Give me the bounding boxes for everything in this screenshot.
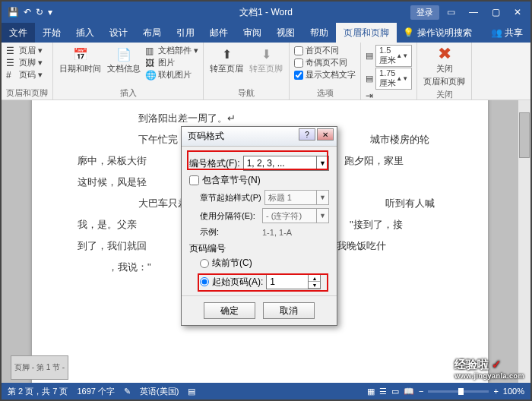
tab-layout[interactable]: 布局 [135,23,169,43]
chapter-style-combo: 标题 1▼ [264,190,329,205]
pagenum-button[interactable]: #页码 ▾ [6,69,43,81]
word-count[interactable]: 1697 个字 [77,386,115,397]
show-doc-text-checkbox[interactable]: 显示文档文字 [294,69,356,81]
tab-home[interactable]: 开始 [35,23,68,43]
continue-previous-radio[interactable]: 续前节(C) [200,257,329,270]
separator-label: 使用分隔符(E): [200,210,259,222]
redo-icon[interactable]: ↻ [36,7,43,17]
close-x-icon: ✖ [437,46,452,62]
close-window-icon[interactable]: ✕ [508,5,527,19]
close-header-footer-button[interactable]: ✖ 关闭 页眉和页脚 [422,45,467,89]
zoom-out-icon[interactable]: − [419,387,423,396]
watermark: 经验啦 ✓ www.jingyanla.com [454,358,524,380]
insert-align-tab[interactable]: ⇥ [366,90,412,101]
tab-help[interactable]: 帮助 [302,23,336,43]
group-label: 插入 [58,87,198,99]
docinfo-icon: 📄 [116,46,131,62]
save-icon[interactable]: 💾 [8,7,19,17]
footer-from-bottom[interactable]: ▤1.75 厘米▲▼ [366,68,412,90]
example-value: 1-1, 1-A [262,228,292,237]
header-from-top[interactable]: ▤1.5 厘米▲▼ [366,45,412,67]
language[interactable]: 英语(美国) [140,386,179,397]
online-pictures-button[interactable]: 🌐联机图片 [145,69,198,81]
tab-mail[interactable]: 邮件 [202,23,236,43]
start-at-input[interactable]: 1 ▲▼ [266,274,321,289]
group-close: ✖ 关闭 页眉和页脚 关闭 [417,43,472,99]
first-page-diff-checkbox[interactable]: 首页不同 [294,45,356,56]
odd-even-diff-checkbox[interactable]: 奇偶页不同 [294,57,356,68]
qat-more-icon[interactable]: ▾ [48,7,52,17]
docparts-button[interactable]: ▥文档部件 ▾ [145,45,198,56]
header-pos-icon: ▤ [366,51,373,61]
footer-pos-icon: ▤ [366,74,373,84]
page-count[interactable]: 第 2 页，共 7 页 [8,386,68,397]
tell-me-label: 操作说明搜索 [417,27,472,39]
zoom-thumb[interactable] [458,388,464,395]
tab-insert[interactable]: 插入 [68,23,102,43]
goto-footer-button[interactable]: ⬇转至页脚 [248,45,284,76]
header-button[interactable]: ☰页眉 ▾ [6,45,43,56]
view-focus-icon[interactable]: 📖 [404,387,414,396]
example-label: 示例: [200,226,259,238]
lightbulb-icon: 💡 [403,27,414,38]
doc-info-button[interactable]: 📄文档信息 [106,45,142,76]
spin-down-icon[interactable]: ▼ [309,282,320,289]
chevron-down-icon[interactable]: ▼ [316,156,328,170]
undo-icon[interactable]: ↶ [24,7,31,17]
tell-me-search[interactable]: 💡 操作说明搜索 [397,23,478,43]
goto-header-button[interactable]: ⬆转至页眉 [208,45,245,76]
share-icon: 👥 [491,27,502,38]
tab-review[interactable]: 审阅 [236,23,269,43]
tab-design[interactable]: 设计 [102,23,135,43]
number-format-row: 编号格式(F): 1, 2, 3, ... ▼ [189,156,329,171]
zoom-slider[interactable] [428,390,489,393]
include-chapter-checkbox[interactable]: 包含章节号(N) [189,174,329,187]
group-label: 页眉和页脚 [6,87,48,99]
dialog-body: 编号格式(F): 1, 2, 3, ... ▼ 包含章节号(N) 章节起始样式(… [182,147,337,295]
group-insert: 📅日期和时间 📄文档信息 ▥文档部件 ▾ 🖼图片 🌐联机图片 插入 [53,43,204,99]
footer-tag: 页脚 - 第 1 节 - [11,355,68,380]
group-label: 导航 [208,87,284,99]
view-read-icon[interactable]: ▦ [367,387,375,396]
pagenum-icon: # [6,70,17,81]
share-button[interactable]: 👥 共享 [483,23,530,43]
vertical-scrollbar[interactable] [518,100,530,383]
start-at-radio[interactable]: 起始页码(A): 1 ▲▼ [200,274,329,289]
separator-combo: - (连字符)▼ [262,208,329,223]
zoom-in-icon[interactable]: + [493,387,498,396]
maximize-icon[interactable]: ▢ [486,5,506,19]
scrollbar-thumb[interactable] [519,112,530,158]
footer-icon: ☰ [6,58,17,68]
dialog-help-icon[interactable]: ? [299,128,315,141]
ok-button[interactable]: 确定 [204,302,255,319]
pictures-button[interactable]: 🖼图片 [145,57,198,68]
tab-references[interactable]: 引用 [169,23,202,43]
online-icon: 🌐 [145,70,156,81]
tab-file[interactable]: 文件 [2,23,35,43]
group-label: 关闭 [422,89,467,100]
login-button[interactable]: 登录 [410,5,439,20]
view-print-icon[interactable]: ☰ [379,387,387,396]
spin-up-icon[interactable]: ▲ [309,275,320,282]
ribbon-options-icon[interactable]: ▭ [441,5,461,19]
cancel-button[interactable]: 取消 [263,302,315,319]
accessibility-icon[interactable]: ▤ [188,387,195,396]
group-header-footer: ☰页眉 ▾ ☰页脚 ▾ #页码 ▾ 页眉和页脚 [2,43,53,99]
zoom-level[interactable]: 100% [503,387,524,396]
minimize-icon[interactable]: — [463,5,484,19]
dialog-titlebar[interactable]: 页码格式 ? ✕ [182,127,337,147]
tab-header-footer[interactable]: 页眉和页脚 [336,23,397,43]
footer-button[interactable]: ☰页脚 ▾ [6,57,43,68]
group-position: ▤1.5 厘米▲▼ ▤1.75 厘米▲▼ ⇥ 位置 [361,43,417,99]
dialog-close-icon[interactable]: ✕ [317,128,334,141]
proofing-icon[interactable]: ✎ [124,387,131,396]
quick-access-toolbar: 💾 ↶ ↻ ▾ [2,7,59,17]
view-web-icon[interactable]: ▭ [391,387,399,396]
group-navigation: ⬆转至页眉 ⬇转至页脚 导航 [204,43,290,99]
dialog-buttons: 确定 取消 [182,295,337,325]
gofooter-icon: ⬇ [258,46,274,62]
tab-view[interactable]: 视图 [269,23,302,43]
number-format-combo[interactable]: 1, 2, 3, ... ▼ [243,156,329,171]
ribbon-tabs: 文件 开始 插入 设计 布局 引用 邮件 审阅 视图 帮助 页眉和页脚 💡 操作… [2,23,530,43]
date-time-button[interactable]: 📅日期和时间 [58,45,103,76]
